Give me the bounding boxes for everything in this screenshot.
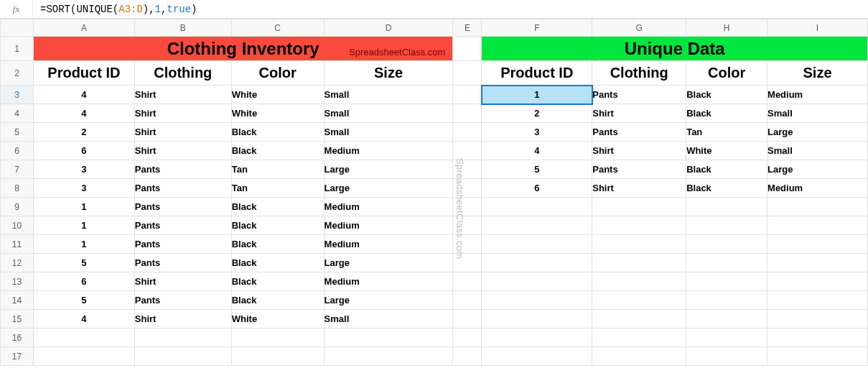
cell-E7[interactable] [453,160,482,179]
cell-B15[interactable]: Shirt [134,310,231,329]
cell-A3[interactable]: 4 [33,86,134,104]
cell-E16[interactable] [453,329,482,347]
spreadsheet-grid[interactable]: A B C D E F G H I 1 Clothing Inventory S… [0,19,868,366]
cell-C6[interactable]: Black [231,142,324,160]
cell-F13[interactable] [482,272,592,291]
cell-C16[interactable] [231,329,324,347]
cell-E11[interactable] [453,235,482,254]
cell-F8[interactable]: 6 [482,179,592,198]
row-header-15[interactable]: 15 [1,310,34,329]
cell-D13[interactable]: Medium [324,272,453,291]
cell-G4[interactable]: Shirt [592,104,686,123]
row-header-11[interactable]: 11 [1,235,34,254]
cell-C12[interactable]: Black [231,254,324,272]
col-header-B[interactable]: B [134,19,231,37]
cell-G7[interactable]: Pants [592,160,686,179]
cell-H6[interactable]: White [686,142,767,160]
row-header-4[interactable]: 4 [1,104,34,123]
cell-E17[interactable] [453,347,482,366]
row-header-13[interactable]: 13 [1,272,34,291]
cell-A10[interactable]: 1 [33,216,134,235]
cell-I10[interactable] [767,216,868,235]
cell-I13[interactable] [767,272,868,291]
cell-A8[interactable]: 3 [33,179,134,198]
cell-B13[interactable]: Shirt [134,272,231,291]
cell-G8[interactable]: Shirt [592,179,686,198]
col-header-A[interactable]: A [33,19,134,37]
cell-I4[interactable]: Small [767,104,868,123]
cell-F6[interactable]: 4 [482,142,592,160]
hdr-left-color[interactable]: Color [231,61,324,86]
cell-B14[interactable]: Pants [134,291,231,310]
col-header-F[interactable]: F [482,19,592,37]
cell-E8[interactable] [453,179,482,198]
hdr-left-clothing[interactable]: Clothing [134,61,231,86]
cell-I12[interactable] [767,254,868,272]
cell-B10[interactable]: Pants [134,216,231,235]
cell-A4[interactable]: 4 [33,104,134,123]
cell-E1[interactable] [453,37,482,61]
cell-E14[interactable] [453,291,482,310]
cell-H16[interactable] [686,329,767,347]
cell-C4[interactable]: White [231,104,324,123]
hdr-right-color[interactable]: Color [686,61,767,86]
cell-D9[interactable]: Medium [324,198,453,216]
cell-D10[interactable]: Medium [324,216,453,235]
cell-H10[interactable] [686,216,767,235]
cell-H4[interactable]: Black [686,104,767,123]
cell-F4[interactable]: 2 [482,104,592,123]
cell-D12[interactable]: Large [324,254,453,272]
cell-C9[interactable]: Black [231,198,324,216]
cell-A7[interactable]: 3 [33,160,134,179]
cell-E10[interactable] [453,216,482,235]
hdr-left-size[interactable]: Size [324,61,453,86]
cell-A11[interactable]: 1 [33,235,134,254]
cell-H8[interactable]: Black [686,179,767,198]
banner-unique-data[interactable]: Unique Data [482,37,868,61]
cell-B11[interactable]: Pants [134,235,231,254]
cell-E2[interactable] [453,61,482,86]
row-header-7[interactable]: 7 [1,160,34,179]
banner-clothing-inventory[interactable]: Clothing Inventory SpreadsheetClass.com [33,37,452,61]
cell-G11[interactable] [592,235,686,254]
cell-H13[interactable] [686,272,767,291]
cell-B4[interactable]: Shirt [134,104,231,123]
cell-F10[interactable] [482,216,592,235]
cell-D4[interactable]: Small [324,104,453,123]
cell-H11[interactable] [686,235,767,254]
hdr-left-product-id[interactable]: Product ID [33,61,134,86]
cell-C14[interactable]: Black [231,291,324,310]
row-header-3[interactable]: 3 [1,86,34,104]
cell-B17[interactable] [134,347,231,366]
row-header-10[interactable]: 10 [1,216,34,235]
cell-G12[interactable] [592,254,686,272]
cell-F9[interactable] [482,198,592,216]
row-header-6[interactable]: 6 [1,142,34,160]
cell-I16[interactable] [767,329,868,347]
cell-C17[interactable] [231,347,324,366]
cell-E5[interactable] [453,123,482,142]
cell-I9[interactable] [767,198,868,216]
cell-E6[interactable] [453,142,482,160]
cell-I11[interactable] [767,235,868,254]
cell-A12[interactable]: 5 [33,254,134,272]
cell-A5[interactable]: 2 [33,123,134,142]
cell-D17[interactable] [324,347,453,366]
cell-D16[interactable] [324,329,453,347]
cell-F11[interactable] [482,235,592,254]
row-header-9[interactable]: 9 [1,198,34,216]
cell-I6[interactable]: Small [767,142,868,160]
hdr-right-clothing[interactable]: Clothing [592,61,686,86]
cell-C13[interactable]: Black [231,272,324,291]
cell-C10[interactable]: Black [231,216,324,235]
row-header-2[interactable]: 2 [1,61,34,86]
cell-D14[interactable]: Large [324,291,453,310]
cell-F14[interactable] [482,291,592,310]
cell-I15[interactable] [767,310,868,329]
cell-G15[interactable] [592,310,686,329]
cell-F7[interactable]: 5 [482,160,592,179]
cell-B5[interactable]: Shirt [134,123,231,142]
cell-D15[interactable]: Small [324,310,453,329]
cell-A17[interactable] [33,347,134,366]
col-header-I[interactable]: I [767,19,868,37]
